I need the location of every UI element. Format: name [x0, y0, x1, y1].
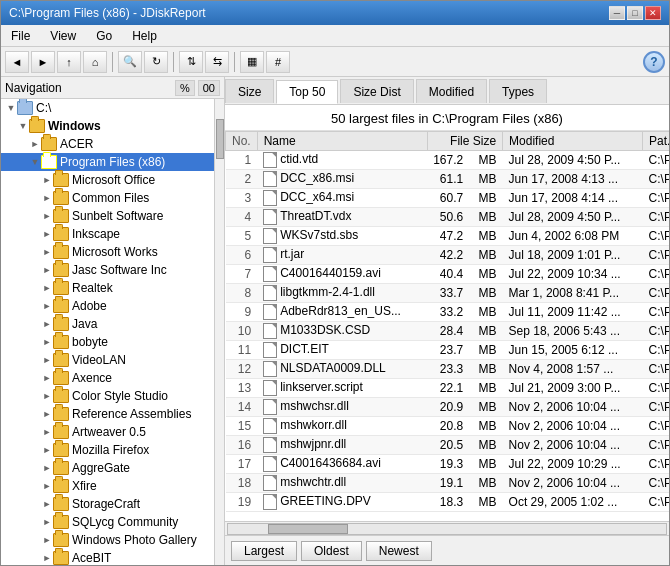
pct-button[interactable]: %: [175, 80, 195, 96]
cell-size: 19.3: [427, 455, 469, 474]
cell-name: libgtkmm-2.4-1.dll: [257, 284, 427, 303]
tree-item-storagecraft[interactable]: ► StorageCraft: [1, 495, 214, 513]
cell-no: 11: [226, 341, 258, 360]
maximize-button[interactable]: □: [627, 6, 643, 20]
tree-item-java[interactable]: ► Java: [1, 315, 214, 333]
tree-item-adobe[interactable]: ► Adobe: [1, 297, 214, 315]
tree-item-common-files[interactable]: ► Common Files: [1, 189, 214, 207]
largest-button[interactable]: Largest: [231, 541, 297, 561]
expand-jasc-icon: ►: [41, 264, 53, 276]
table-row: 19 GREETING.DPV 18.3 MB Oct 29, 2005 1:0…: [226, 493, 670, 512]
tree-item-jasc[interactable]: ► Jasc Software Inc: [1, 261, 214, 279]
cell-name: WKSv7std.sbs: [257, 227, 427, 246]
tree-item-windows[interactable]: ▼ Windows: [1, 117, 214, 135]
tree-item-aggregate[interactable]: ► AggreGate: [1, 459, 214, 477]
col-header-path[interactable]: Pat...: [643, 132, 669, 151]
tree-item-sunbelt[interactable]: ► Sunbelt Software: [1, 207, 214, 225]
tree-item-inkscape[interactable]: ► Inkscape: [1, 225, 214, 243]
tab-types[interactable]: Types: [489, 79, 547, 103]
cell-modified: Jun 17, 2008 4:14 ...: [503, 189, 643, 208]
h-scrollbar[interactable]: [227, 523, 667, 535]
tree-item-artweaver[interactable]: ► Artweaver 0.5: [1, 423, 214, 441]
tree-item-label: Java: [72, 317, 97, 331]
col-header-name[interactable]: Name: [257, 132, 427, 151]
tree-item-acer[interactable]: ► ACER: [1, 135, 214, 153]
menu-help[interactable]: Help: [126, 27, 163, 45]
expand-ra-icon: ►: [41, 408, 53, 420]
cell-path: C:\P...: [643, 265, 669, 284]
cell-name: M1033DSK.CSD: [257, 322, 427, 341]
expand-adobe-icon: ►: [41, 300, 53, 312]
col-header-modified[interactable]: Modified: [503, 132, 643, 151]
expand-sb-icon: ►: [41, 210, 53, 222]
minimize-button[interactable]: ─: [609, 6, 625, 20]
cell-name: NLSDATA0009.DLL: [257, 360, 427, 379]
col-header-size[interactable]: File Size: [427, 132, 502, 151]
cell-name: ThreatDT.vdx: [257, 208, 427, 227]
tabs: Size Top 50 Size Dist Modified Types: [225, 77, 669, 105]
tab-modified[interactable]: Modified: [416, 79, 487, 103]
cell-modified: Jul 28, 2009 4:50 P...: [503, 151, 643, 170]
tree-item-bobyte[interactable]: ► bobyte: [1, 333, 214, 351]
tree-item-ms-office[interactable]: ► Microsoft Office: [1, 171, 214, 189]
tree-item-ms-works[interactable]: ► Microsoft Works: [1, 243, 214, 261]
table-row: 16 mshwjpnr.dll 20.5 MB Nov 2, 2006 10:0…: [226, 436, 670, 455]
tree-item-wpg[interactable]: ► Windows Photo Gallery: [1, 531, 214, 549]
cell-unit: MB: [469, 436, 502, 455]
table-row: 7 C40016440159.avi 40.4 MB Jul 22, 2009 …: [226, 265, 670, 284]
tree-item-label: Axence: [72, 371, 112, 385]
tab-sizedist[interactable]: Size Dist: [340, 79, 413, 103]
forward-button[interactable]: ►: [31, 51, 55, 73]
tree-item-xfire[interactable]: ► Xfire: [1, 477, 214, 495]
folder-xf-icon: [53, 479, 69, 493]
tree-item-ref-asm[interactable]: ► Reference Assemblies: [1, 405, 214, 423]
cell-modified: Jul 11, 2009 11:42 ...: [503, 303, 643, 322]
cell-name: C40016440159.avi: [257, 265, 427, 284]
up-button[interactable]: ↑: [57, 51, 81, 73]
expand-ax-icon: ►: [41, 372, 53, 384]
refresh-button[interactable]: ↻: [144, 51, 168, 73]
cell-unit: MB: [469, 303, 502, 322]
file-icon: [263, 418, 277, 434]
expand-cf-icon: ►: [41, 192, 53, 204]
tree-item-axence[interactable]: ► Axence: [1, 369, 214, 387]
menu-view[interactable]: View: [44, 27, 82, 45]
home-button[interactable]: ⌂: [83, 51, 107, 73]
sort-desc-button[interactable]: ⇆: [205, 51, 229, 73]
menu-file[interactable]: File: [5, 27, 36, 45]
tree-item-realtek[interactable]: ► Realtek: [1, 279, 214, 297]
cell-path: C:\P...: [643, 474, 669, 493]
tab-size[interactable]: Size: [225, 79, 274, 103]
back-button[interactable]: ◄: [5, 51, 29, 73]
size-button[interactable]: 00: [198, 80, 220, 96]
col-header-no[interactable]: No.: [226, 132, 258, 151]
nav-scrollbar[interactable]: [214, 99, 224, 565]
file-icon: [263, 152, 277, 168]
h-scroll-thumb[interactable]: [268, 524, 348, 534]
close-button[interactable]: ✕: [645, 6, 661, 20]
tree-item-label: Windows Photo Gallery: [72, 533, 197, 547]
tree-item-videolan[interactable]: ► VideoLAN: [1, 351, 214, 369]
table-row: 3 DCC_x64.msi 60.7 MB Jun 17, 2008 4:14 …: [226, 189, 670, 208]
menu-go[interactable]: Go: [90, 27, 118, 45]
tree-item-root[interactable]: ▼ C:\: [1, 99, 214, 117]
nav-scroll-thumb[interactable]: [216, 119, 224, 159]
view-grid-button[interactable]: ▦: [240, 51, 264, 73]
help-button[interactable]: ?: [643, 51, 665, 73]
oldest-button[interactable]: Oldest: [301, 541, 362, 561]
tree-item-firefox[interactable]: ► Mozilla Firefox: [1, 441, 214, 459]
tree-item-acebit[interactable]: ► AceBIT: [1, 549, 214, 565]
expand-root-icon: ▼: [5, 102, 17, 114]
window-controls: ─ □ ✕: [609, 6, 661, 20]
cell-unit: MB: [469, 170, 502, 189]
tree-item-program-files-x86[interactable]: ▼ Program Files (x86): [1, 153, 214, 171]
tree-item-sqlycg[interactable]: ► SQLycg Community: [1, 513, 214, 531]
view-list-button[interactable]: #: [266, 51, 290, 73]
newest-button[interactable]: Newest: [366, 541, 432, 561]
tree-item-css[interactable]: ► Color Style Studio: [1, 387, 214, 405]
cell-no: 9: [226, 303, 258, 322]
tab-top50[interactable]: Top 50: [276, 80, 338, 104]
search-button[interactable]: 🔍: [118, 51, 142, 73]
sort-asc-button[interactable]: ⇅: [179, 51, 203, 73]
cell-name: GREETING.DPV: [257, 493, 427, 512]
